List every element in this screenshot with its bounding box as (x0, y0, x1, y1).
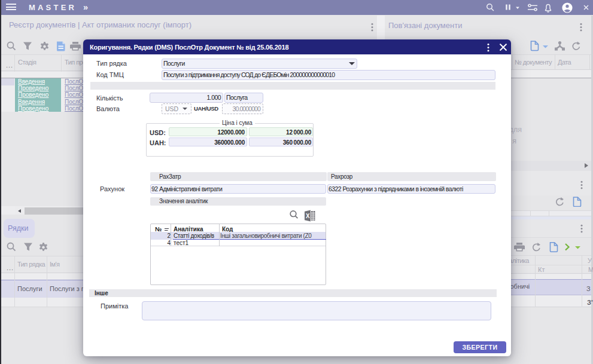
svg-text:X: X (306, 213, 310, 219)
